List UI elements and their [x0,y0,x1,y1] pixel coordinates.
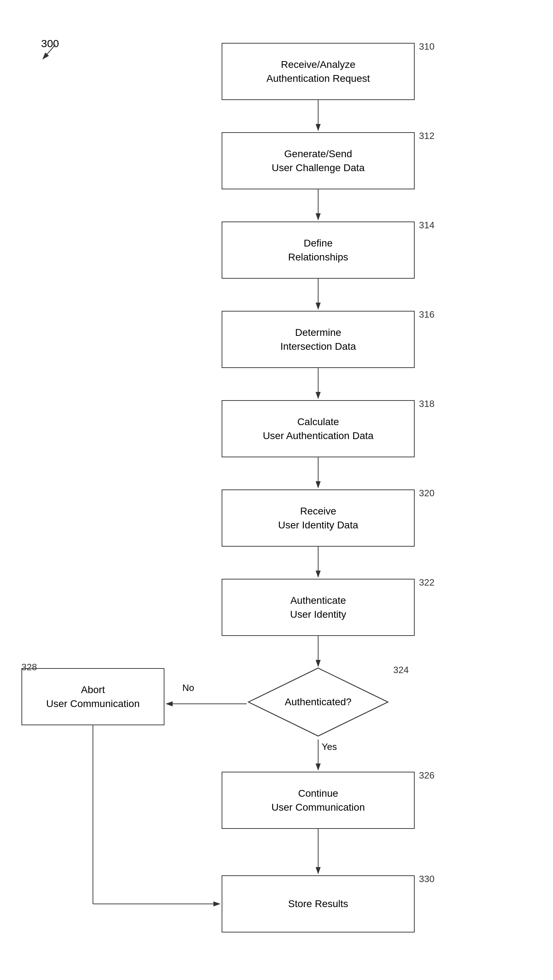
ref-326: 326 [419,770,434,781]
box-312: Generate/SendUser Challenge Data [222,132,415,189]
box-314: DefineRelationships [222,221,415,279]
ref-316: 316 [419,309,434,320]
flowchart-diagram: 300 Receive/AnalyzeAuthentication Reques… [0,0,553,980]
ref-314: 314 [419,220,434,231]
figure-arrow [36,41,64,62]
ref-320: 320 [419,488,434,499]
box-330: Store Results [222,875,415,932]
svg-line-13 [43,45,56,59]
box-316: DetermineIntersection Data [222,311,415,368]
ref-330: 330 [419,873,434,885]
box-320: ReceiveUser Identity Data [222,490,415,547]
box-322: AuthenticateUser Identity [222,579,415,636]
box-318: CalculateUser Authentication Data [222,400,415,457]
ref-318: 318 [419,398,434,409]
ref-328: 328 [21,662,37,673]
ref-322: 322 [419,577,434,588]
ref-312: 312 [419,130,434,142]
box-326: ContinueUser Communication [222,772,415,829]
diamond-324: Authenticated? [247,666,390,738]
ref-324: 324 [393,665,409,676]
no-label: No [182,682,194,694]
box-328: AbortUser Communication [21,668,164,725]
ref-310: 310 [419,41,434,52]
yes-label: Yes [322,741,337,752]
box-310: Receive/AnalyzeAuthentication Request [222,43,415,100]
